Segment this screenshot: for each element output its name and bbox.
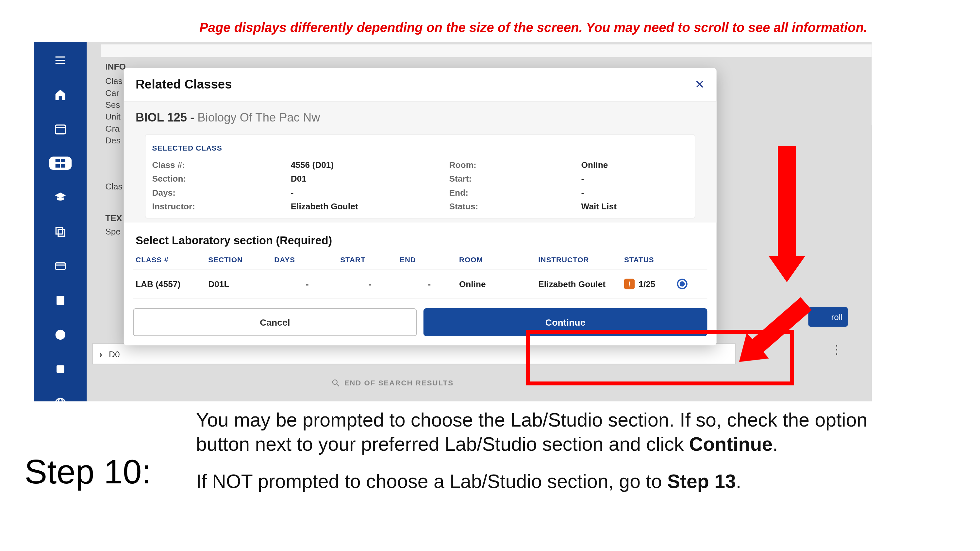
cell-days: - [274, 279, 340, 289]
expander-label: D0 [109, 349, 120, 359]
field-value: Online [581, 160, 688, 170]
menu-icon[interactable] [52, 54, 68, 67]
svg-rect-13 [57, 296, 64, 305]
svg-rect-10 [56, 227, 62, 234]
select-lab-title: Select Laboratory section (Required) [124, 222, 717, 250]
bg-label: Ses [105, 100, 120, 110]
cell-section: D01L [208, 279, 274, 289]
close-icon[interactable]: ✕ [695, 78, 705, 92]
callout-arrow-radio [778, 146, 805, 282]
cell-room: Online [459, 279, 538, 289]
app-sidebar: NSC [34, 42, 87, 402]
selected-class-label: SELECTED CLASS [152, 144, 688, 152]
bg-label: Car [105, 88, 119, 98]
field-label: Section: [152, 174, 291, 184]
cell-start: - [340, 279, 399, 289]
svg-point-17 [58, 399, 62, 402]
bg-label: Clas [105, 76, 123, 86]
lab-section-radio[interactable] [677, 279, 703, 289]
field-label: End: [449, 187, 581, 197]
info-icon[interactable] [52, 328, 68, 341]
svg-line-20 [337, 384, 339, 386]
bg-label: Gra [105, 124, 119, 133]
classes-icon[interactable] [49, 156, 72, 170]
bg-label: Des [105, 135, 121, 145]
bg-top-row [101, 44, 872, 57]
svg-rect-9 [58, 230, 65, 236]
field-value: D01 [291, 174, 449, 184]
svg-rect-6 [61, 159, 65, 162]
copy-icon[interactable] [52, 225, 68, 238]
cell-status: ! 1/25 [624, 279, 677, 289]
callout-box-continue [526, 330, 794, 386]
svg-rect-15 [57, 365, 64, 373]
field-label: Start: [449, 174, 581, 184]
course-heading: BIOL 125 - Biology Of The Pac Nw [135, 111, 705, 125]
step-instructions: You may be prompted to choose the Lab/St… [196, 408, 920, 507]
end-of-results-label: END OF SEARCH RESULTS [331, 378, 453, 387]
svg-rect-7 [56, 164, 60, 168]
field-value: Wait List [581, 202, 688, 211]
svg-point-19 [332, 380, 337, 384]
bg-label: Clas [105, 182, 123, 191]
chevron-right-icon: › [99, 349, 102, 359]
bg-label: TEX [105, 213, 122, 223]
search-icon [331, 378, 340, 387]
calendar-icon[interactable] [52, 122, 68, 135]
bg-label: Spe [105, 227, 121, 237]
card-icon[interactable] [52, 260, 68, 273]
globe-icon[interactable] [52, 397, 68, 402]
bg-label: INFO [105, 62, 126, 71]
waitlist-warning-icon: ! [624, 279, 635, 289]
more-options-icon[interactable]: ⋮ [830, 343, 842, 357]
related-classes-modal: Related Classes ✕ BIOL 125 - Biology Of … [124, 68, 717, 345]
book-icon[interactable] [52, 294, 68, 307]
field-label: Class #: [152, 160, 291, 170]
svg-rect-5 [56, 159, 60, 162]
svg-rect-8 [61, 164, 65, 168]
cell-class-num: LAB (4557) [135, 279, 208, 289]
bg-label: Unit [105, 112, 121, 122]
cancel-button[interactable]: Cancel [133, 308, 417, 336]
lab-table-header: CLASS # SECTION DAYS START END ROOM INST… [133, 250, 707, 270]
svg-rect-3 [56, 125, 65, 134]
academics-icon[interactable] [52, 191, 68, 204]
field-label: Status: [449, 202, 581, 211]
cell-instructor: Elizabeth Goulet [538, 279, 624, 289]
field-value: Elizabeth Goulet [291, 202, 449, 211]
svg-rect-11 [56, 263, 65, 270]
scroll-warning-banner: Page displays differently depending on t… [199, 20, 915, 35]
cell-end: - [399, 279, 459, 289]
field-label: Instructor: [152, 202, 291, 211]
home-icon[interactable] [52, 88, 68, 101]
field-label: Days: [152, 187, 291, 197]
field-value: - [291, 187, 449, 197]
field-value: - [581, 174, 688, 184]
field-value: - [581, 187, 688, 197]
profile-icon[interactable] [52, 362, 68, 376]
svg-point-14 [56, 330, 65, 340]
modal-title: Related Classes [135, 78, 232, 92]
lab-section-row[interactable]: LAB (4557) D01L - - - Online Elizabeth G… [133, 270, 707, 299]
step-number: Step 10: [24, 453, 151, 491]
selected-class-card: SELECTED CLASS Class #: 4556 (D01) Room:… [145, 134, 695, 219]
field-label: Room: [449, 160, 581, 170]
field-value: 4556 (D01) [291, 160, 449, 170]
